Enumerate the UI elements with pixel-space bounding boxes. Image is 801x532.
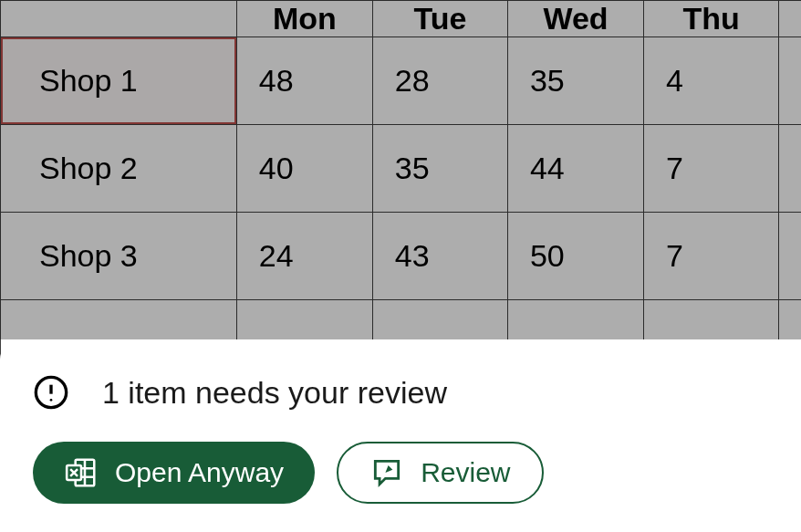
row-name-cell[interactable]: Shop 3 [1, 213, 237, 300]
svg-point-2 [50, 399, 53, 402]
review-icon [369, 455, 404, 490]
header-cell: Mon [236, 1, 372, 37]
row-name-cell[interactable]: Shop 2 [1, 125, 237, 213]
header-cell: Tue [372, 1, 507, 37]
data-cell[interactable]: 7 [644, 213, 779, 300]
dialog-actions: Open Anyway Review [33, 442, 768, 504]
alert-row: 1 item needs your review [33, 374, 768, 411]
review-label: Review [421, 457, 510, 488]
review-bottom-sheet: 1 item needs your review Open Anyway [0, 339, 801, 532]
header-cell: Thu [644, 1, 779, 37]
open-anyway-label: Open Anyway [115, 457, 284, 488]
alert-circle-icon [33, 374, 69, 411]
open-anyway-button[interactable]: Open Anyway [33, 442, 315, 504]
data-cell[interactable]: 3 [779, 213, 801, 300]
alert-message: 1 item needs your review [102, 375, 447, 411]
data-table: Mon Tue Wed Thu Fri Shop 1 48 28 35 4 1 [0, 0, 801, 388]
header-cell: Wed [507, 1, 643, 37]
data-cell[interactable]: 28 [372, 37, 507, 125]
data-cell[interactable]: 35 [372, 125, 507, 213]
data-cell[interactable]: 1 [779, 37, 801, 125]
table-row[interactable]: Shop 1 48 28 35 4 1 [1, 37, 802, 125]
data-cell[interactable]: 24 [236, 213, 372, 300]
review-button[interactable]: Review [337, 442, 543, 504]
data-cell[interactable]: 35 [507, 37, 643, 125]
header-cell: Fri [779, 1, 801, 37]
data-cell[interactable]: 40 [236, 125, 372, 213]
spreadsheet-background: Mon Tue Wed Thu Fri Shop 1 48 28 35 4 1 [0, 0, 801, 388]
data-cell[interactable]: 43 [372, 213, 507, 300]
data-cell[interactable]: 7 [644, 125, 779, 213]
header-row: Mon Tue Wed Thu Fri [1, 1, 802, 37]
table-row[interactable]: Shop 2 40 35 44 7 2 [1, 125, 802, 213]
data-cell[interactable]: 50 [507, 213, 643, 300]
data-cell[interactable]: 2 [779, 125, 801, 213]
data-cell[interactable]: 48 [236, 37, 372, 125]
data-cell[interactable]: 4 [644, 37, 779, 125]
data-cell[interactable]: 44 [507, 125, 643, 213]
excel-icon [64, 455, 99, 490]
row-name-cell[interactable]: Shop 1 [1, 37, 237, 125]
table-row[interactable]: Shop 3 24 43 50 7 3 [1, 213, 802, 300]
header-cell [1, 1, 237, 37]
